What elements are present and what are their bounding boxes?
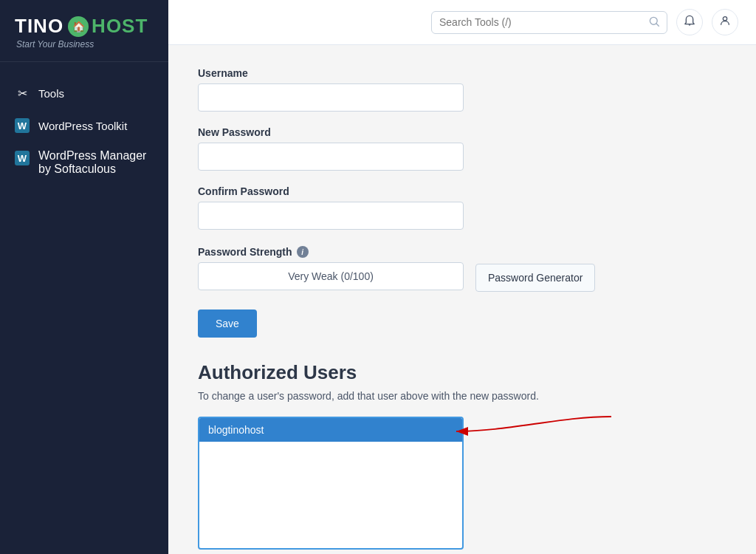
confirm-password-input[interactable]	[198, 202, 464, 230]
user-icon	[719, 15, 731, 30]
tools-icon: ✂	[15, 86, 30, 100]
password-strength-row: Password Strength i Very Weak (0/100) Pa…	[198, 244, 726, 292]
logo-icon: 🏠	[68, 16, 89, 37]
list-item[interactable]: blogtinohost	[199, 418, 462, 442]
username-group: Username	[198, 67, 726, 112]
password-strength-label-row: Password Strength i	[198, 246, 464, 258]
notification-button[interactable]	[676, 9, 703, 35]
wordpress-manager-label2: by Softaculous	[38, 163, 146, 176]
logo-tino: TINO	[15, 15, 63, 38]
user-button[interactable]	[712, 9, 738, 35]
username-input[interactable]	[198, 83, 464, 112]
password-gen-wrapper: Password Generator	[475, 244, 595, 292]
search-icon	[649, 16, 659, 29]
save-button[interactable]: Save	[198, 310, 257, 338]
username-label: Username	[198, 67, 726, 79]
sidebar: TINO 🏠 HOST Start Your Business ✂ Tools …	[0, 0, 168, 554]
password-strength-value: Very Weak (0/100)	[288, 270, 374, 282]
user-listbox[interactable]: blogtinohost	[198, 417, 464, 550]
logo-host: HOST	[92, 15, 148, 38]
new-password-input[interactable]	[198, 143, 464, 171]
password-strength-label: Password Strength	[198, 246, 292, 258]
sidebar-item-wordpress-toolkit[interactable]: W WordPress Toolkit	[0, 109, 168, 142]
confirm-password-group: Confirm Password	[198, 185, 726, 230]
sidebar-item-tools-label: Tools	[38, 87, 64, 100]
header	[168, 0, 756, 45]
page-content: Username New Password Confirm Password P…	[168, 45, 756, 554]
user-list-container: blogtinohost	[198, 417, 464, 550]
notification-icon	[684, 15, 695, 30]
password-strength-group: Password Strength i Very Weak (0/100)	[198, 246, 464, 290]
confirm-password-label: Confirm Password	[198, 185, 726, 197]
new-password-group: New Password	[198, 126, 726, 171]
info-icon[interactable]: i	[297, 246, 309, 258]
logo-tagline: Start Your Business	[15, 39, 154, 49]
sidebar-item-tools[interactable]: ✂ Tools	[0, 77, 168, 109]
sidebar-item-wordpress-manager[interactable]: W WordPress Manager by Softaculous	[0, 142, 168, 183]
logo-area: TINO 🏠 HOST Start Your Business	[0, 0, 168, 62]
search-input[interactable]	[439, 16, 643, 28]
arrow-to-list	[449, 402, 626, 461]
svg-line-1	[656, 23, 659, 26]
password-strength-display: Very Weak (0/100)	[198, 262, 464, 290]
authorized-users-title: Authorized Users	[198, 361, 726, 384]
authorized-users-desc: To change a user's password, add that us…	[198, 390, 726, 402]
wordpress-manager-text: WordPress Manager by Softaculous	[38, 149, 146, 176]
svg-point-2	[723, 17, 726, 21]
authorized-users-section: Authorized Users To change a user's pass…	[198, 361, 726, 554]
search-bar[interactable]	[431, 11, 667, 34]
password-generator-button[interactable]: Password Generator	[475, 264, 595, 292]
wordpress-manager-icon: W	[15, 151, 30, 165]
main-content: Username New Password Confirm Password P…	[168, 0, 756, 554]
new-password-label: New Password	[198, 126, 726, 138]
sidebar-item-wordpress-toolkit-label: WordPress Toolkit	[38, 120, 127, 132]
logo: TINO 🏠 HOST	[15, 15, 154, 38]
save-row: Save	[198, 310, 726, 338]
nav-items: ✂ Tools W WordPress Toolkit W WordPress …	[0, 62, 168, 198]
wordpress-toolkit-icon: W	[15, 118, 30, 133]
user-item-label: blogtinohost	[208, 424, 264, 436]
wordpress-manager-label1: WordPress Manager	[38, 149, 146, 163]
